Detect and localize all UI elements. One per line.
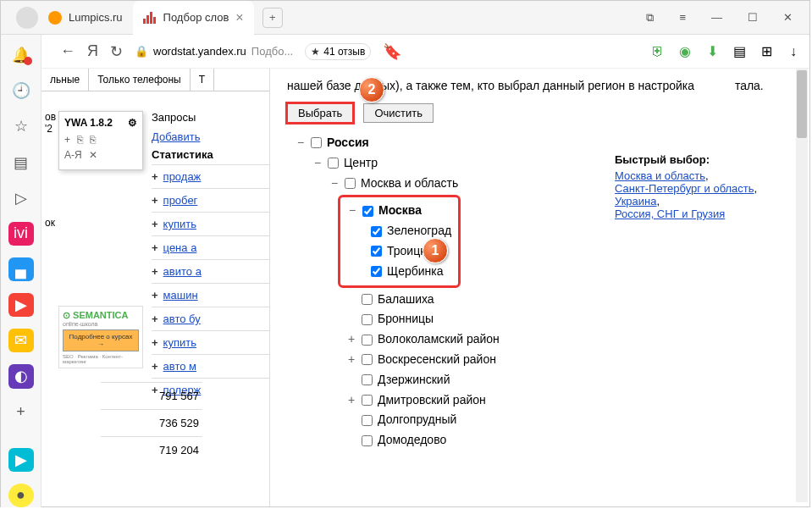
ext-shield-icon[interactable]: ⛨: [650, 44, 666, 59]
checkbox-region[interactable]: [362, 374, 373, 385]
quick-link[interactable]: Украина: [615, 195, 657, 207]
expand-icon[interactable]: +: [346, 329, 356, 350]
collapse-icon[interactable]: −: [347, 201, 357, 221]
query-link[interactable]: авто бу: [163, 313, 201, 325]
teal-icon[interactable]: ▶: [8, 448, 34, 472]
checkbox-region[interactable]: [362, 354, 373, 365]
tab-phones[interactable]: Только телефоны: [89, 69, 191, 91]
expand-icon[interactable]: +: [152, 170, 158, 183]
profile-avatar[interactable]: [16, 7, 38, 29]
checkbox-center[interactable]: [328, 158, 339, 169]
star-icon[interactable]: ☆: [8, 114, 34, 138]
ywa-clear-icon[interactable]: ✕: [89, 149, 97, 161]
extensions-icon[interactable]: ⊞: [759, 44, 774, 59]
reload-icon[interactable]: ↻: [110, 42, 123, 61]
expand-icon[interactable]: +: [152, 313, 158, 325]
semantica-cta[interactable]: Подробнее о курсах →: [63, 329, 139, 351]
add-link[interactable]: Добавить: [152, 130, 200, 143]
tab-label: Подбор слов: [163, 11, 229, 24]
expand-icon[interactable]: +: [346, 390, 356, 411]
ext-circle-icon[interactable]: ◉: [677, 44, 693, 59]
alice-icon[interactable]: ●: [8, 484, 34, 507]
query-link[interactable]: авито а: [163, 265, 202, 278]
tabview-icon[interactable]: ⧉: [646, 11, 654, 25]
checkbox-russia[interactable]: [311, 137, 322, 148]
expand-icon[interactable]: +: [152, 289, 158, 302]
expand-icon[interactable]: +: [152, 360, 158, 373]
add-icon[interactable]: +: [8, 401, 34, 424]
docs-icon[interactable]: ▄: [8, 257, 34, 281]
checkbox-region[interactable]: [362, 335, 373, 346]
quick-link[interactable]: Москва и область: [615, 169, 705, 182]
expand-icon[interactable]: +: [152, 265, 158, 278]
url-field[interactable]: 🔒 wordstat.yandex.ru Подбо...: [135, 45, 293, 58]
clear-button[interactable]: Очистить: [363, 103, 434, 123]
checkbox-city[interactable]: [371, 246, 382, 257]
ywa-copy-icon[interactable]: ⎘: [77, 134, 83, 146]
back-icon[interactable]: ←: [60, 42, 75, 60]
query-link[interactable]: авто м: [163, 360, 196, 373]
checkbox-moscow-region[interactable]: [345, 178, 356, 189]
checkbox-region[interactable]: [362, 415, 373, 426]
tab-t[interactable]: Т: [191, 69, 214, 91]
expand-icon[interactable]: +: [152, 241, 158, 254]
checkbox-region[interactable]: [362, 395, 373, 406]
downloads-icon[interactable]: ↓: [786, 44, 801, 59]
maximize-icon[interactable]: ☐: [748, 11, 758, 25]
bell-icon[interactable]: 🔔: [8, 43, 34, 67]
collapse-icon[interactable]: −: [296, 133, 306, 153]
new-tab-button[interactable]: +: [262, 8, 283, 28]
checkbox-city[interactable]: [371, 266, 382, 277]
download-icon[interactable]: ⬇: [704, 44, 720, 59]
ywa-panel[interactable]: YWA 1.8.2 ⚙ + ⎘ ⎘ A-Я ✕: [58, 111, 143, 170]
collapse-icon[interactable]: −: [329, 174, 340, 194]
menu-icon[interactable]: ≡: [679, 11, 686, 25]
play-icon[interactable]: ▷: [8, 186, 34, 210]
query-link[interactable]: купить: [163, 336, 196, 349]
reader-icon[interactable]: ▤: [732, 44, 747, 59]
collections-icon[interactable]: ▤: [8, 150, 34, 174]
ywa-sort-icon[interactable]: A-Я: [64, 149, 82, 161]
minimize-icon[interactable]: —: [711, 11, 722, 25]
mail-icon[interactable]: ✉: [8, 329, 34, 352]
tree-moscow: Москва: [378, 201, 422, 221]
expand-icon[interactable]: +: [346, 350, 356, 370]
collapse-icon[interactable]: −: [312, 153, 323, 174]
quick-link[interactable]: Россия, СНГ и Грузия: [615, 207, 725, 220]
left-column: льные Только телефоны Т ов '2 ок YWA 1.8…: [41, 69, 270, 506]
youtube-icon[interactable]: ▶: [8, 293, 34, 317]
close-window-icon[interactable]: ✕: [783, 11, 793, 25]
query-link[interactable]: продаж: [163, 170, 202, 183]
app-icon[interactable]: ◐: [8, 364, 34, 388]
quick-link[interactable]: Санкт-Петербург и область: [615, 182, 754, 195]
reviews-badge[interactable]: ★ 41 отзыв: [305, 43, 371, 60]
checkbox-moscow[interactable]: [362, 206, 373, 217]
query-link[interactable]: машин: [163, 289, 198, 302]
tab-lumpics[interactable]: Lumpics.ru: [38, 1, 133, 35]
lock-icon: 🔒: [135, 45, 148, 58]
query-link[interactable]: цена а: [163, 241, 197, 254]
clock-icon[interactable]: 🕘: [8, 79, 34, 102]
checkbox-region[interactable]: [362, 435, 373, 446]
bookmark-icon[interactable]: 🔖: [383, 42, 401, 61]
tab-desktop[interactable]: льные: [41, 69, 89, 91]
checkbox-city[interactable]: [371, 226, 382, 237]
ywa-copy2-icon[interactable]: ⎘: [90, 134, 96, 146]
select-button[interactable]: Выбрать: [287, 103, 353, 123]
semantica-ad[interactable]: ⊙ SEMANTICA online-школа Подробнее о кур…: [58, 306, 143, 368]
checkbox-region[interactable]: [362, 294, 373, 305]
page-scrollbar[interactable]: [796, 70, 808, 502]
expand-icon[interactable]: +: [152, 194, 158, 207]
expand-icon[interactable]: +: [152, 336, 158, 349]
close-icon[interactable]: ×: [235, 10, 243, 25]
gear-icon[interactable]: ⚙: [128, 117, 137, 129]
tab-wordstat[interactable]: Подбор слов ×: [133, 1, 254, 35]
expand-icon[interactable]: +: [152, 218, 158, 230]
tree-city: Троицк: [387, 241, 425, 262]
ywa-add-icon[interactable]: +: [64, 134, 70, 146]
query-link[interactable]: купить: [163, 218, 196, 230]
query-link[interactable]: пробег: [163, 194, 198, 207]
yandex-icon[interactable]: Я: [87, 42, 98, 60]
checkbox-region[interactable]: [362, 314, 373, 325]
ivi-icon[interactable]: ivi: [8, 222, 34, 246]
